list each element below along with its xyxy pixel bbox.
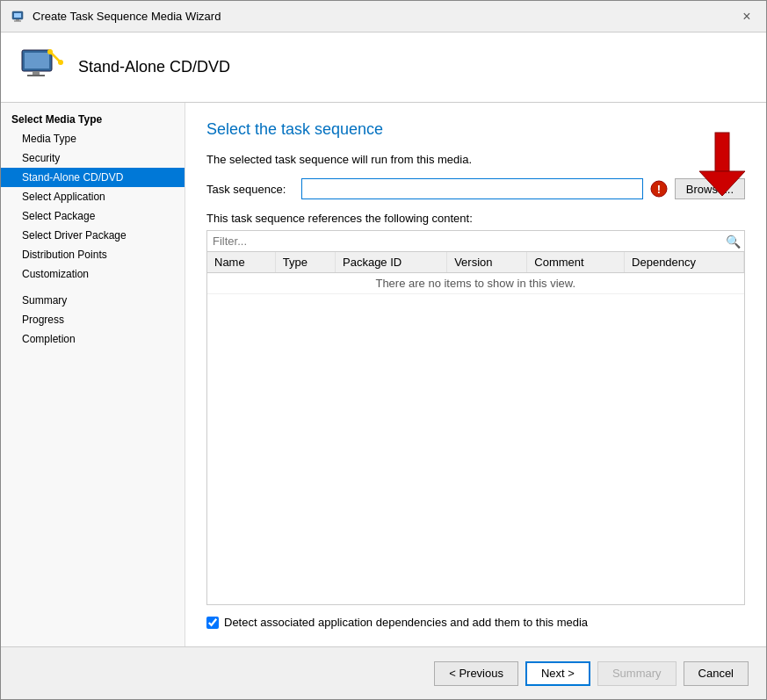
summary-button[interactable]: Summary: [597, 661, 677, 686]
task-sequence-row: Task sequence: ! Browse...: [206, 178, 745, 199]
detect-dependencies-checkbox[interactable]: [206, 617, 219, 629]
sidebar-item-media-type[interactable]: Media Type: [1, 129, 185, 148]
previous-button[interactable]: < Previous: [434, 661, 518, 686]
sidebar-item-completion[interactable]: Completion: [1, 329, 185, 349]
col-version: Version: [447, 252, 527, 273]
svg-rect-1: [14, 13, 21, 18]
checkbox-row: Detect associated application dependenci…: [206, 616, 745, 629]
sidebar-item-summary[interactable]: Summary: [1, 291, 185, 310]
content-area: Select Media Type Media Type Security St…: [1, 103, 766, 646]
down-arrow-icon: [696, 129, 749, 199]
sidebar-item-progress[interactable]: Progress: [1, 310, 185, 329]
header-banner: Stand-Alone CD/DVD: [1, 32, 766, 103]
window-title: Create Task Sequence Media Wizard: [33, 10, 221, 23]
svg-point-10: [47, 49, 53, 54]
empty-row: There are no items to show in this view.: [207, 273, 744, 294]
col-dependency: Dependency: [625, 252, 744, 273]
sidebar-item-select-application[interactable]: Select Application: [1, 187, 185, 206]
svg-rect-5: [25, 53, 49, 69]
table-container: Name Type Package ID Version Comment Dep…: [206, 251, 745, 605]
wizard-icon: [11, 10, 25, 24]
header-title: Stand-Alone CD/DVD: [78, 58, 230, 76]
references-label: This task sequence references the follow…: [206, 212, 745, 225]
svg-marker-12: [699, 171, 745, 196]
footer: < Previous Next > Summary Cancel: [1, 646, 766, 699]
task-sequence-label: Task sequence:: [206, 183, 294, 196]
main-content: Select the task sequence The selected ta…: [185, 103, 766, 646]
main-title: Select the task sequence: [206, 120, 745, 139]
svg-rect-3: [14, 20, 21, 21]
close-button[interactable]: ×: [738, 8, 756, 25]
sidebar-item-security[interactable]: Security: [1, 148, 185, 168]
empty-message: There are no items to show in this view.: [207, 273, 744, 294]
sidebar-item-select-package[interactable]: Select Package: [1, 206, 185, 226]
title-bar: Create Task Sequence Media Wizard ×: [1, 1, 766, 32]
sidebar-item-distribution-points[interactable]: Distribution Points: [1, 245, 185, 264]
computer-icon: [18, 45, 64, 90]
arrow-indicator: [696, 129, 749, 202]
sidebar-item-standalone-cd[interactable]: Stand-Alone CD/DVD: [1, 168, 185, 187]
col-type: Type: [275, 252, 335, 273]
svg-rect-11: [715, 133, 729, 171]
detect-dependencies-label: Detect associated application dependenci…: [224, 616, 588, 629]
cancel-button[interactable]: Cancel: [684, 661, 749, 686]
search-icon: 🔍: [726, 235, 741, 249]
svg-rect-7: [27, 75, 45, 76]
warning-icon: !: [650, 180, 668, 198]
content-table: Name Type Package ID Version Comment Dep…: [207, 252, 744, 294]
col-comment: Comment: [527, 252, 625, 273]
title-bar-left: Create Task Sequence Media Wizard: [11, 10, 221, 24]
svg-rect-2: [16, 19, 19, 21]
sidebar-section-header: Select Media Type: [1, 110, 185, 129]
svg-point-9: [58, 60, 63, 65]
sidebar: Select Media Type Media Type Security St…: [1, 103, 185, 646]
col-name: Name: [207, 252, 275, 273]
svg-rect-6: [33, 71, 40, 75]
next-button[interactable]: Next >: [525, 661, 590, 686]
col-package-id: Package ID: [336, 252, 447, 273]
task-sequence-input[interactable]: [301, 178, 643, 199]
sidebar-item-select-driver-package[interactable]: Select Driver Package: [1, 226, 185, 245]
sidebar-item-customization[interactable]: Customization: [1, 264, 185, 284]
svg-text:!: !: [657, 183, 661, 196]
description-text: The selected task sequence will run from…: [206, 153, 745, 166]
filter-row: 🔍: [206, 230, 745, 251]
wizard-window: Create Task Sequence Media Wizard × Stan…: [0, 0, 767, 700]
filter-input[interactable]: [211, 233, 726, 249]
